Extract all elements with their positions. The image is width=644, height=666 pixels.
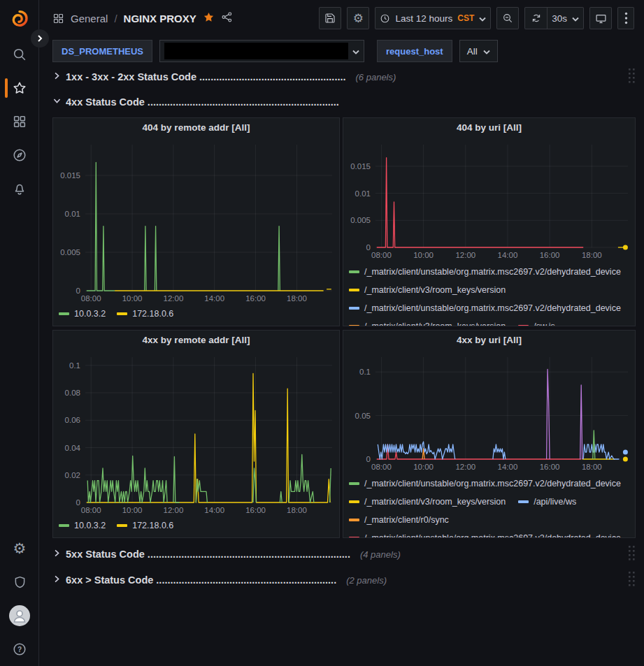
svg-text:0.06: 0.06 (65, 416, 80, 424)
svg-text:12:00: 12:00 (164, 294, 184, 303)
row-header-5xx[interactable]: 5xx Status Code ........................… (52, 544, 635, 564)
sidebar-expand-button[interactable] (31, 29, 49, 48)
svg-text:16:00: 16:00 (245, 294, 266, 303)
svg-text:0: 0 (76, 287, 80, 295)
dashboard-title: NGINX PROXY (124, 13, 196, 24)
row-header-1xx-3xx-2xx[interactable]: 1xx - 3xx - 2xx Status Code ............… (52, 67, 635, 87)
svg-text:0.02: 0.02 (65, 471, 80, 479)
chart-4xx-by-remote-addr[interactable]: 08:0010:0012:0014:0016:0018:0000.020.040… (53, 349, 339, 516)
legend-item[interactable]: /_matrix/client/r0/sync (349, 515, 449, 525)
time-range-picker[interactable]: Last 12 hours CST (375, 7, 491, 29)
sidebar-item-alerting[interactable] (0, 172, 39, 205)
sidebar-item-configuration[interactable]: ⚙ (0, 532, 39, 565)
svg-text:0.1: 0.1 (359, 368, 371, 376)
cycle-view-mode-button[interactable] (589, 7, 612, 29)
panel-title[interactable]: 4xx by remote addr [All] (53, 331, 339, 349)
panel-404-by-remote-addr: 404 by remote addr [All] 08:0010:0012:00… (52, 117, 340, 326)
svg-text:0.005: 0.005 (350, 216, 371, 224)
row-title: 5xx Status Code ........................… (66, 549, 350, 560)
zoom-out-icon (502, 13, 513, 24)
legend-item[interactable]: /sw.js (518, 321, 555, 326)
svg-text:18:00: 18:00 (582, 463, 602, 471)
compass-icon (12, 147, 27, 163)
svg-text:12:00: 12:00 (164, 506, 184, 514)
legend-row: 10.0.3.2172.18.0.6 (59, 516, 339, 535)
drag-handle-icon[interactable] (629, 68, 635, 86)
svg-text:18:00: 18:00 (287, 506, 307, 514)
drag-handle-icon[interactable] (629, 572, 635, 589)
chart-4xx-by-uri[interactable]: 08:0010:0012:0014:0016:0018:0000.050.1 (343, 349, 635, 473)
row-header-6xx[interactable]: 6xx > Status Code ......................… (52, 570, 635, 590)
legend-item[interactable]: /_matrix/client/unstable/org.matrix.msc2… (349, 267, 621, 277)
share-button[interactable] (221, 11, 233, 26)
svg-text:12:00: 12:00 (455, 251, 475, 259)
row-title: 4xx Status Code ........................… (66, 96, 339, 108)
panel-title[interactable]: 404 by remote addr [All] (53, 118, 339, 136)
sidebar-item-explore[interactable] (0, 138, 39, 172)
legend-row: /_matrix/client/unstable/org.matrix.msc2… (349, 299, 629, 317)
breadcrumb-folder[interactable]: General (71, 13, 108, 24)
svg-text:?: ? (17, 646, 22, 653)
chevron-right-icon (52, 549, 62, 558)
panel-title[interactable]: 4xx by uri [All] (343, 331, 635, 349)
series-label: /_matrix/client/v3/room_keys/version (364, 285, 506, 295)
save-icon (324, 13, 336, 24)
series-label: /sw.js (534, 321, 555, 326)
legend-item[interactable]: /_matrix/client/unstable/org.matrix.msc2… (349, 533, 621, 537)
request-host-select[interactable]: All (459, 40, 498, 62)
legend-item[interactable]: /_matrix/client/unstable/org.matrix.msc2… (349, 479, 621, 488)
legend-item[interactable]: /api/live/ws (518, 497, 576, 507)
dashboard-settings-button[interactable]: ⚙ (347, 7, 369, 29)
legend-row: /_matrix/client/v3/room_keys/version/api… (349, 493, 629, 511)
search-icon (12, 47, 27, 62)
save-dashboard-button[interactable] (319, 7, 341, 29)
row-header-4xx[interactable]: 4xx Status Code ........................… (52, 92, 635, 112)
star-icon (12, 80, 27, 96)
sidebar-item-profile[interactable] (0, 599, 39, 632)
legend-item[interactable]: 10.0.3.2 (59, 309, 106, 319)
sidebar-item-dashboards[interactable] (0, 105, 39, 138)
svg-text:16:00: 16:00 (540, 251, 560, 259)
gear-icon: ⚙ (353, 13, 364, 24)
request-host-value: All (467, 46, 478, 57)
legend-item[interactable]: /_matrix/client/v3/room_keys/version (349, 497, 506, 507)
refresh-interval-dropdown[interactable]: 30s (547, 7, 584, 29)
legend-item[interactable]: /_matrix/client/v3/room_keys/version (349, 321, 506, 326)
sidebar: ⚙ ? (0, 0, 39, 666)
series-color-dash (349, 307, 359, 310)
series-color-dash (349, 270, 359, 273)
svg-text:10:00: 10:00 (122, 294, 143, 303)
legend-item[interactable]: /_matrix/client/unstable/org.matrix.msc2… (349, 303, 621, 313)
svg-text:08:00: 08:00 (81, 294, 101, 303)
chevron-down-icon (479, 17, 486, 22)
chart-404-by-uri[interactable]: 08:0010:0012:0014:0016:0018:0000.0050.01… (343, 136, 635, 261)
series-label: /_matrix/client/unstable/org.matrix.msc2… (364, 533, 621, 537)
datasource-select[interactable] (159, 40, 364, 62)
svg-text:0.05: 0.05 (355, 412, 371, 420)
refresh-button[interactable] (524, 7, 547, 29)
legend-item[interactable]: /_matrix/client/v3/room_keys/version (349, 285, 506, 295)
series-color-dash (117, 524, 127, 527)
panel-title[interactable]: 404 by uri [All] (343, 118, 635, 136)
time-range-label: Last 12 hours (395, 13, 452, 24)
series-color-dash (59, 312, 69, 315)
legend-item[interactable]: 172.18.0.6 (117, 309, 173, 319)
datasource-variable-label[interactable]: DS_PROMETHEUS (52, 40, 152, 62)
series-color-dash (518, 500, 529, 503)
bell-icon (12, 181, 27, 196)
legend-item[interactable]: 172.18.0.6 (117, 521, 173, 530)
legend-item[interactable]: 10.0.3.2 (59, 521, 106, 530)
sidebar-item-server-admin[interactable] (0, 565, 39, 599)
sidebar-item-help[interactable]: ? (0, 632, 39, 666)
more-options-button[interactable] (617, 7, 634, 29)
zoom-out-button[interactable] (496, 7, 519, 29)
favorite-star-button[interactable] (203, 11, 215, 26)
request-host-variable-label[interactable]: request_host (377, 40, 452, 62)
legend-row: /_matrix/client/v3/room_keys/version (349, 281, 629, 299)
gear-icon: ⚙ (13, 542, 27, 556)
series-color-dash (117, 312, 127, 315)
drag-handle-icon[interactable] (629, 546, 635, 563)
sidebar-item-starred[interactable] (0, 71, 39, 105)
chart-404-by-remote-addr[interactable]: 08:0010:0012:0014:0016:0018:0000.0050.01… (53, 136, 339, 305)
refresh-icon (531, 13, 542, 24)
